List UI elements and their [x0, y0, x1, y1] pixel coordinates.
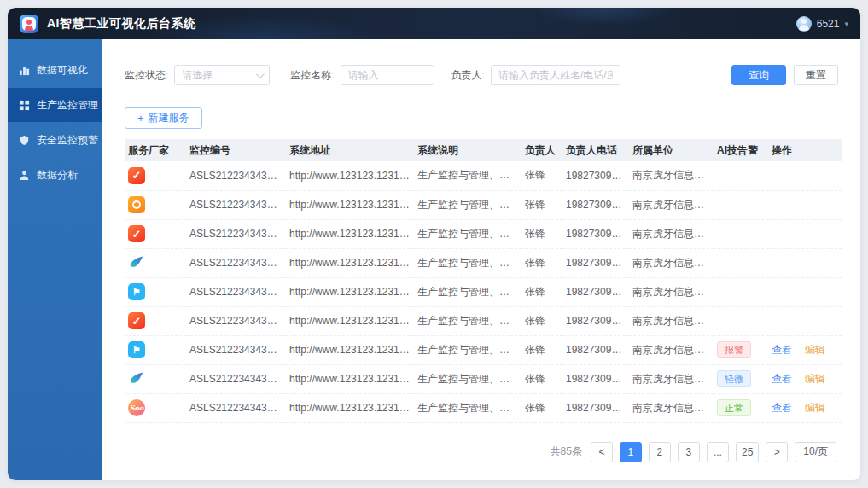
actions-cell: 查看编辑 [768, 393, 842, 422]
edit-link[interactable]: 编辑 [805, 373, 825, 385]
edit-link[interactable]: 编辑 [805, 402, 825, 414]
vendor-cell: ✓ [125, 219, 186, 248]
username: 6521 [817, 18, 840, 30]
status-filter-label: 监控状态: [125, 68, 168, 83]
reset-button[interactable]: 重置 [794, 65, 838, 85]
url-cell: http://www.123123.123131233.asa..... [286, 306, 414, 335]
code-cell: ASLS21223434343432 [186, 364, 286, 393]
actions-cell [768, 248, 842, 277]
status-select[interactable]: 请选择 [174, 65, 270, 85]
table-row: ✓ASLS21223434343432http://www.123123.123… [125, 219, 842, 248]
alarm-cell [714, 190, 768, 219]
flag-app-icon: ⚑ [128, 283, 145, 300]
owner-cell: 张锋 [521, 277, 562, 306]
table-row: ASLS21223434343432http://www.123123.1231… [125, 248, 842, 277]
phone-cell: 19827309832 [562, 161, 629, 190]
url-cell: http://www.123123.123131233.asa..... [286, 393, 414, 422]
actions-cell [768, 190, 842, 219]
page-ellipsis-button[interactable]: ... [707, 442, 729, 462]
vendor-cell [125, 190, 186, 219]
description-cell: 生产监控与管理、安全监控与... [414, 161, 521, 190]
view-link[interactable]: 查看 [772, 344, 792, 356]
owner-filter-label: 负责人: [451, 68, 485, 83]
shield-icon [19, 135, 30, 146]
sidebar-item-security-warning[interactable]: 安全监控预警 [8, 123, 102, 157]
description-cell: 生产监控与管理、安全监控与... [414, 364, 521, 393]
view-link[interactable]: 查看 [772, 402, 792, 414]
search-button[interactable]: 查询 [731, 65, 786, 85]
actions-cell [768, 219, 842, 248]
url-cell: http://www.123123.123131233.asa..... [286, 277, 414, 306]
code-cell: ASLS21223434343432 [186, 335, 286, 364]
bar-chart-icon [19, 65, 30, 76]
phone-cell: 19827309832 [562, 248, 629, 277]
bird-app-icon [128, 370, 145, 387]
column-header: 系统说明 [414, 139, 521, 161]
monitor-name-input[interactable] [341, 65, 434, 85]
code-cell: ASLS21223434343432 [186, 219, 286, 248]
sidebar-item-label: 安全监控预警 [37, 133, 98, 148]
user-icon [19, 170, 30, 181]
sidebar-item-data-visualization[interactable]: 数据可视化 [8, 53, 102, 87]
column-header: 所属单位 [629, 139, 714, 161]
caret-down-icon: ▾ [844, 20, 848, 28]
vendor-cell: ⚑ [125, 335, 186, 364]
description-cell: 生产监控与管理、安全监控与... [414, 190, 521, 219]
new-service-button[interactable]: + 新建服务 [125, 107, 202, 129]
page-button[interactable]: 1 [620, 442, 642, 462]
sidebar-item-label: 生产监控管理 [37, 98, 98, 113]
owner-cell: 张锋 [521, 306, 562, 335]
table-row: ⚑ASLS21223434343432http://www.123123.123… [125, 277, 842, 306]
next-page-button[interactable]: > [766, 442, 788, 462]
grid-icon [19, 100, 30, 111]
owner-input[interactable] [491, 65, 620, 85]
description-cell: 生产监控与管理、安全监控与... [414, 393, 521, 422]
view-link[interactable]: 查看 [772, 373, 792, 385]
prev-page-button[interactable]: < [591, 442, 613, 462]
column-header: 系统地址 [286, 139, 414, 161]
sidebar-item-label: 数据分析 [37, 168, 78, 183]
page-size-selector[interactable]: 10/页 [795, 442, 836, 462]
sidebar-item-production-monitoring[interactable]: 生产监控管理 [8, 88, 102, 122]
actions-cell [768, 306, 842, 335]
page-button[interactable]: 2 [649, 442, 671, 462]
description-cell: 生产监控与管理、安全监控与... [414, 306, 521, 335]
top-bar: AI智慧工业可视化后台系统 6521 ▾ [8, 8, 860, 39]
page-button[interactable]: 3 [678, 442, 700, 462]
alarm-badge: 正常 [717, 399, 751, 416]
sidebar-item-data-analysis[interactable]: 数据分析 [8, 158, 102, 192]
column-header: 服务厂家 [125, 139, 186, 161]
url-cell: http://www.123123.123131233.asa..... [286, 190, 414, 219]
org-cell: 南京虎牙信息科技 [629, 306, 714, 335]
edit-link[interactable]: 编辑 [805, 344, 825, 356]
chevron-down-icon [256, 70, 265, 78]
alarm-cell [714, 161, 768, 190]
vendor-cell [125, 364, 186, 393]
phone-cell: 19827309832 [562, 306, 629, 335]
table-row: SooASLS21223434343432http://www.123123.1… [125, 393, 842, 422]
new-service-label: 新建服务 [149, 111, 189, 125]
table-row: ✓ASLS21223434343432http://www.123123.123… [125, 306, 842, 335]
check-app-icon: ✓ [128, 312, 145, 329]
url-cell: http://www.123123.123131233.asa..... [286, 364, 414, 393]
user-menu[interactable]: 6521 ▾ [796, 16, 848, 32]
url-cell: http://www.123123.123131233.asa..... [286, 335, 414, 364]
phone-cell: 19827309832 [562, 219, 629, 248]
alarm-cell: 正常 [714, 393, 768, 422]
alarm-cell [714, 306, 768, 335]
alarm-cell: 报警 [714, 335, 768, 364]
sidebar: 数据可视化 生产监控管理 安全监控预警 数据分析 [8, 39, 102, 480]
code-cell: ASLS21223434343432 [186, 306, 286, 335]
column-header: 监控编号 [186, 139, 286, 161]
filter-bar: 监控状态: 请选择 监控名称: 负责人: 查询 重置 [125, 65, 838, 85]
column-header: AI技告警 [714, 139, 768, 161]
org-cell: 南京虎牙信息科技 [629, 248, 714, 277]
description-cell: 生产监控与管理、安全监控与... [414, 335, 521, 364]
org-cell: 南京虎牙信息科技 [629, 277, 714, 306]
phone-cell: 19827309832 [562, 393, 629, 422]
sidebar-item-label: 数据可视化 [37, 63, 88, 78]
owner-cell: 张锋 [521, 190, 562, 219]
org-cell: 南京虎牙信息科技 [629, 393, 714, 422]
page-button[interactable]: 25 [736, 442, 759, 462]
app-logo-icon [20, 15, 38, 33]
